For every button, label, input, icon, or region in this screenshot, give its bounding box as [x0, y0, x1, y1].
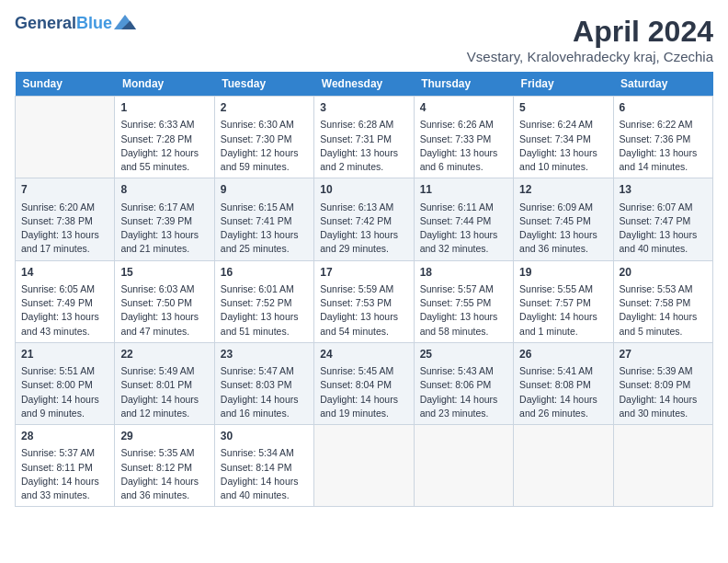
- day-number: 10: [320, 182, 407, 198]
- sunset-text: Sunset: 7:47 PM: [620, 214, 707, 228]
- sunrise-text: Sunrise: 6:03 AM: [120, 282, 208, 296]
- page-header: GeneralBlue April 2024 Vsestary, Kralove…: [15, 15, 713, 64]
- sunset-text: Sunset: 7:52 PM: [221, 296, 308, 310]
- daylight-text: Daylight: 13 hours and 2 minutes.: [320, 146, 407, 174]
- calendar-cell: [414, 425, 513, 507]
- daylight-text: Daylight: 13 hours and 32 minutes.: [420, 228, 507, 256]
- sunset-text: Sunset: 8:03 PM: [221, 378, 308, 392]
- daylight-text: Daylight: 14 hours and 19 minutes.: [320, 393, 407, 420]
- day-number: 3: [320, 100, 407, 116]
- sunset-text: Sunset: 7:39 PM: [120, 214, 208, 228]
- daylight-text: Daylight: 14 hours and 1 minute.: [519, 310, 607, 338]
- sunrise-text: Sunrise: 6:01 AM: [221, 282, 308, 296]
- calendar-cell: [314, 425, 414, 507]
- sunrise-text: Sunrise: 5:51 AM: [21, 364, 108, 378]
- month-title: April 2024: [467, 15, 713, 49]
- sunrise-text: Sunrise: 6:15 AM: [221, 201, 308, 214]
- daylight-text: Daylight: 13 hours and 36 minutes.: [519, 228, 607, 256]
- day-number: 29: [120, 429, 208, 444]
- daylight-text: Daylight: 13 hours and 43 minutes.: [21, 310, 108, 338]
- day-number: 23: [221, 347, 308, 362]
- day-number: 22: [120, 347, 208, 362]
- day-number: 30: [221, 429, 308, 444]
- sunrise-text: Sunrise: 5:57 AM: [420, 282, 507, 296]
- daylight-text: Daylight: 13 hours and 17 minutes.: [21, 228, 108, 256]
- daylight-text: Daylight: 14 hours and 5 minutes.: [620, 310, 707, 338]
- day-number: 11: [420, 182, 507, 198]
- calendar-cell: 11Sunrise: 6:11 AMSunset: 7:44 PMDayligh…: [414, 178, 513, 260]
- calendar-cell: 21Sunrise: 5:51 AMSunset: 8:00 PMDayligh…: [16, 342, 115, 424]
- sunrise-text: Sunrise: 5:43 AM: [420, 364, 507, 378]
- sunset-text: Sunset: 7:55 PM: [420, 296, 507, 310]
- daylight-text: Daylight: 14 hours and 33 minutes.: [21, 475, 108, 502]
- daylight-text: Daylight: 13 hours and 25 minutes.: [221, 228, 308, 256]
- day-number: 28: [21, 429, 108, 444]
- daylight-text: Daylight: 13 hours and 10 minutes.: [519, 146, 607, 174]
- sunrise-text: Sunrise: 5:55 AM: [519, 282, 607, 296]
- sunset-text: Sunset: 7:31 PM: [320, 132, 407, 146]
- day-number: 15: [120, 265, 208, 281]
- sunset-text: Sunset: 8:00 PM: [21, 378, 108, 392]
- calendar-week-row: 21Sunrise: 5:51 AMSunset: 8:00 PMDayligh…: [16, 342, 713, 424]
- sunset-text: Sunset: 8:04 PM: [320, 378, 407, 392]
- calendar-cell: 14Sunrise: 6:05 AMSunset: 7:49 PMDayligh…: [16, 260, 115, 342]
- calendar-cell: 20Sunrise: 5:53 AMSunset: 7:58 PMDayligh…: [613, 260, 712, 342]
- daylight-text: Daylight: 14 hours and 12 minutes.: [120, 393, 208, 420]
- sunset-text: Sunset: 7:38 PM: [21, 214, 108, 228]
- sunrise-text: Sunrise: 5:34 AM: [221, 446, 308, 460]
- sunrise-text: Sunrise: 6:09 AM: [519, 201, 607, 214]
- calendar-cell: 17Sunrise: 5:59 AMSunset: 7:53 PMDayligh…: [314, 260, 414, 342]
- calendar-cell: 18Sunrise: 5:57 AMSunset: 7:55 PMDayligh…: [414, 260, 513, 342]
- day-number: 17: [320, 265, 407, 281]
- daylight-text: Daylight: 13 hours and 6 minutes.: [420, 146, 507, 174]
- sunrise-text: Sunrise: 5:59 AM: [320, 282, 407, 296]
- calendar-cell: 29Sunrise: 5:35 AMSunset: 8:12 PMDayligh…: [115, 425, 214, 507]
- calendar-cell: 28Sunrise: 5:37 AMSunset: 8:11 PMDayligh…: [16, 425, 115, 507]
- sunrise-text: Sunrise: 6:24 AM: [519, 118, 607, 132]
- daylight-text: Daylight: 13 hours and 21 minutes.: [120, 228, 208, 256]
- sunset-text: Sunset: 7:44 PM: [420, 214, 507, 228]
- day-number: 26: [519, 347, 607, 362]
- calendar-cell: 15Sunrise: 6:03 AMSunset: 7:50 PMDayligh…: [115, 260, 214, 342]
- calendar-cell: 30Sunrise: 5:34 AMSunset: 8:14 PMDayligh…: [214, 425, 313, 507]
- sunset-text: Sunset: 7:45 PM: [519, 214, 607, 228]
- daylight-text: Daylight: 13 hours and 51 minutes.: [221, 310, 308, 338]
- day-number: 14: [21, 265, 108, 281]
- logo-text: GeneralBlue: [15, 15, 112, 33]
- sunset-text: Sunset: 7:33 PM: [420, 132, 507, 146]
- daylight-text: Daylight: 14 hours and 40 minutes.: [221, 475, 308, 502]
- day-number: 9: [221, 182, 308, 198]
- day-number: 18: [420, 265, 507, 281]
- day-number: 19: [519, 265, 607, 281]
- daylight-text: Daylight: 13 hours and 40 minutes.: [620, 228, 707, 256]
- weekday-header: Thursday: [414, 72, 513, 97]
- sunrise-text: Sunrise: 6:13 AM: [320, 201, 407, 214]
- calendar-cell: [514, 425, 613, 507]
- calendar-cell: 5Sunrise: 6:24 AMSunset: 7:34 PMDaylight…: [514, 97, 613, 178]
- daylight-text: Daylight: 14 hours and 36 minutes.: [120, 475, 208, 502]
- daylight-text: Daylight: 14 hours and 16 minutes.: [221, 393, 308, 420]
- weekday-header: Tuesday: [214, 72, 313, 97]
- sunrise-text: Sunrise: 5:53 AM: [620, 282, 707, 296]
- calendar-cell: 27Sunrise: 5:39 AMSunset: 8:09 PMDayligh…: [613, 342, 712, 424]
- sunset-text: Sunset: 7:36 PM: [620, 132, 707, 146]
- day-number: 5: [519, 100, 607, 116]
- sunrise-text: Sunrise: 6:11 AM: [420, 201, 507, 214]
- sunset-text: Sunset: 7:42 PM: [320, 214, 407, 228]
- sunrise-text: Sunrise: 5:49 AM: [120, 364, 208, 378]
- day-number: 7: [21, 182, 108, 198]
- sunset-text: Sunset: 8:14 PM: [221, 461, 308, 475]
- calendar-cell: [613, 425, 712, 507]
- location-title: Vsestary, Kralovehradecky kraj, Czechia: [467, 49, 713, 64]
- day-number: 8: [120, 182, 208, 198]
- weekday-header: Friday: [514, 72, 613, 97]
- calendar-cell: 16Sunrise: 6:01 AMSunset: 7:52 PMDayligh…: [214, 260, 313, 342]
- sunrise-text: Sunrise: 6:20 AM: [21, 201, 108, 214]
- day-number: 4: [420, 100, 507, 116]
- sunset-text: Sunset: 8:09 PM: [620, 378, 707, 392]
- sunrise-text: Sunrise: 5:39 AM: [620, 364, 707, 378]
- daylight-text: Daylight: 13 hours and 14 minutes.: [620, 146, 707, 174]
- calendar-cell: 3Sunrise: 6:28 AMSunset: 7:31 PMDaylight…: [314, 97, 414, 178]
- sunset-text: Sunset: 8:06 PM: [420, 378, 507, 392]
- day-number: 2: [221, 100, 308, 116]
